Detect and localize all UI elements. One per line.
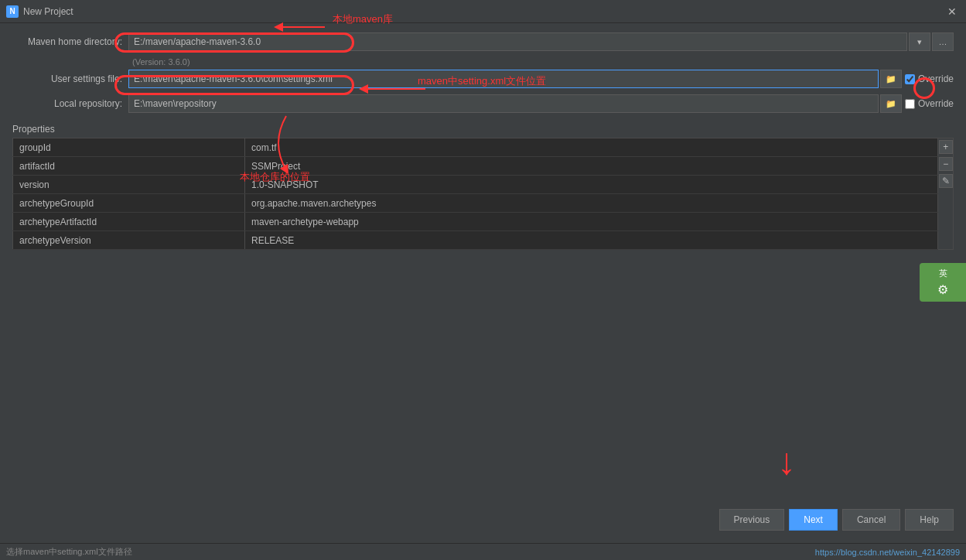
language-widget[interactable]: 英 ⚙	[920, 263, 966, 302]
property-value: SSMProject	[245, 157, 938, 176]
local-repo-row: Local repository: 📁 Override	[12, 94, 954, 113]
table-row[interactable]: version1.0-SNAPSHOT	[13, 176, 938, 194]
property-value: RELEASE	[245, 231, 938, 250]
language-text: 英	[939, 268, 947, 279]
status-bar-text: 选择maven中setting.xml文件路径	[6, 546, 132, 558]
table-row[interactable]: archetypeVersionRELEASE	[13, 231, 938, 250]
edit-property-btn[interactable]: ✎	[939, 174, 953, 188]
local-repo-input-group: 📁 Override	[128, 94, 954, 113]
close-button[interactable]: ✕	[944, 4, 960, 19]
property-key: artifactId	[13, 157, 245, 176]
remove-property-btn[interactable]: −	[939, 157, 953, 171]
properties-sidebar: + − ✎	[938, 138, 954, 250]
window-title: New Project	[23, 6, 73, 17]
property-key: archetypeArtifactId	[13, 213, 245, 231]
local-repo-input[interactable]	[128, 94, 879, 113]
properties-wrapper: groupIdcom.tfartifactIdSSMProjectversion…	[12, 138, 954, 250]
property-value: 1.0-SNAPSHOT	[245, 176, 938, 194]
user-settings-input[interactable]	[128, 70, 879, 88]
cancel-button[interactable]: Cancel	[842, 509, 900, 531]
maven-home-browse-btn[interactable]: …	[932, 32, 954, 51]
property-value: com.tf	[245, 138, 938, 157]
user-settings-input-group: 📁 Override	[128, 70, 954, 88]
gear-icon: ⚙	[937, 282, 948, 297]
maven-version-text: (Version: 3.6.0)	[132, 57, 954, 67]
property-value: org.apache.maven.archetypes	[245, 194, 938, 213]
user-settings-label: User settings file:	[12, 73, 128, 84]
table-row[interactable]: groupIdcom.tf	[13, 138, 938, 157]
properties-section-label: Properties	[12, 119, 954, 138]
maven-home-dropdown-btn[interactable]: ▾	[909, 32, 930, 51]
local-repo-override-checkbox[interactable]	[905, 99, 915, 109]
next-button[interactable]: Next	[789, 509, 838, 531]
maven-home-row: Maven home directory: ▾ …	[12, 32, 954, 51]
properties-table: groupIdcom.tfartifactIdSSMProjectversion…	[12, 138, 938, 250]
large-down-arrow: ↓	[777, 440, 796, 483]
property-key: archetypeVersion	[13, 231, 245, 250]
local-repo-override-group: Override	[905, 98, 954, 109]
user-settings-browse-btn[interactable]: 📁	[880, 70, 902, 88]
button-bar: Previous Next Cancel Help	[707, 503, 966, 537]
app-icon: N	[6, 5, 19, 18]
user-settings-row: User settings file: 📁 Override	[12, 70, 954, 88]
local-repo-label: Local repository:	[12, 98, 128, 109]
status-bar: 选择maven中setting.xml文件路径 https://blog.csd…	[0, 543, 966, 560]
local-repo-browse-btn[interactable]: 📁	[880, 94, 902, 113]
user-settings-override-group: Override	[905, 73, 954, 84]
table-row[interactable]: artifactIdSSMProject	[13, 157, 938, 176]
title-bar: N New Project ✕	[0, 0, 966, 23]
property-key: archetypeGroupId	[13, 194, 245, 213]
table-row[interactable]: archetypeGroupIdorg.apache.maven.archety…	[13, 194, 938, 213]
property-key: version	[13, 176, 245, 194]
local-repo-override-label: Override	[918, 98, 954, 109]
help-button[interactable]: Help	[905, 509, 954, 531]
table-row[interactable]: archetypeArtifactIdmaven-archetype-webap…	[13, 213, 938, 231]
user-settings-override-label: Override	[918, 73, 954, 84]
maven-home-input-group: ▾ …	[128, 32, 954, 51]
user-settings-override-checkbox[interactable]	[905, 74, 915, 84]
maven-home-input[interactable]	[128, 32, 907, 51]
previous-button[interactable]: Previous	[719, 509, 785, 531]
status-bar-url: https://blog.csdn.net/weixin_42142899	[815, 548, 960, 557]
dialog-content: Maven home directory: ▾ … (Version: 3.6.…	[0, 23, 966, 259]
maven-home-label: Maven home directory:	[12, 36, 128, 47]
property-value: maven-archetype-webapp	[245, 213, 938, 231]
property-key: groupId	[13, 138, 245, 157]
add-property-btn[interactable]: +	[939, 140, 953, 154]
